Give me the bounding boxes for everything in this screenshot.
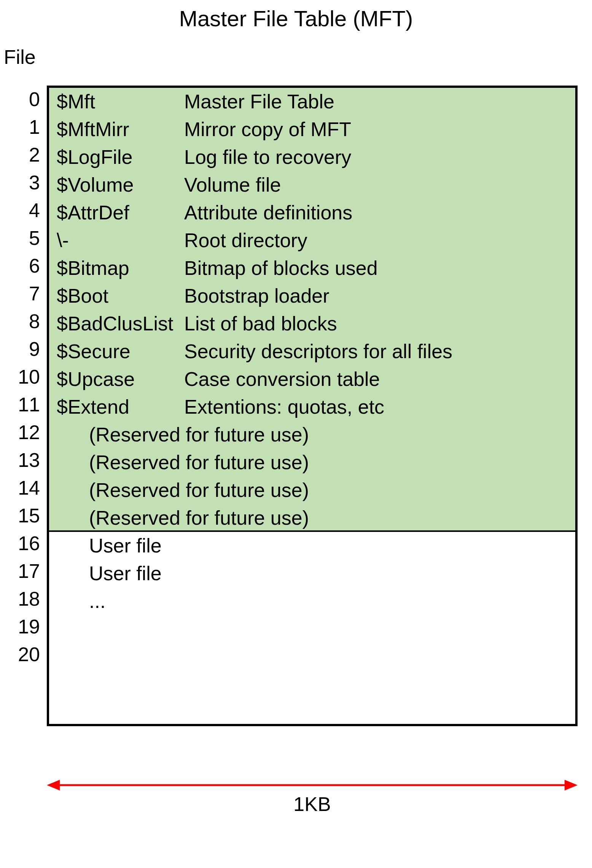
entry-desc: Bitmap of blocks used <box>184 254 575 282</box>
entry-desc: Mirror copy of MFT <box>184 116 575 143</box>
index-column: 0 1 2 3 4 5 6 7 8 9 10 11 12 13 14 15 16… <box>4 86 40 668</box>
entry-name: \- <box>57 227 184 254</box>
row-index: 17 <box>4 557 40 585</box>
row-index: 18 <box>4 585 40 613</box>
row-index: 7 <box>4 280 40 308</box>
entry-name: $Secure <box>57 338 184 365</box>
mft-table: $Mft Master File Table $MftMirr Mirror c… <box>47 86 578 726</box>
width-arrow-icon <box>47 778 578 793</box>
entry-name: $BadClusList <box>57 310 184 338</box>
mft-row: $Secure Security descriptors for all fil… <box>49 338 575 365</box>
entry-desc: Attribute definitions <box>184 199 575 227</box>
row-index: 13 <box>4 446 40 474</box>
entry-desc: ... <box>57 587 575 615</box>
mft-rows: $Mft Master File Table $MftMirr Mirror c… <box>49 88 575 671</box>
index-column-header: File <box>4 46 36 68</box>
row-index: 9 <box>4 335 40 363</box>
mft-row-user <box>49 643 575 671</box>
entry-desc: Security descriptors for all files <box>184 338 575 365</box>
mft-row: $Bitmap Bitmap of blocks used <box>49 254 575 282</box>
mft-row: $Extend Extentions: quotas, etc <box>49 393 575 421</box>
row-index: 14 <box>4 474 40 502</box>
entry-name: $Volume <box>57 171 184 199</box>
diagram-title: Master File Table (MFT) <box>0 6 592 31</box>
svg-marker-2 <box>565 780 578 790</box>
mft-row: \- Root directory <box>49 227 575 254</box>
entry-desc: (Reserved for future use) <box>57 504 575 532</box>
entry-name: $Mft <box>57 88 184 116</box>
row-index: 5 <box>4 224 40 252</box>
mft-row-reserved: (Reserved for future use) <box>49 504 575 532</box>
row-index: 0 <box>4 86 40 113</box>
mft-row: $AttrDef Attribute definitions <box>49 199 575 227</box>
entry-desc: User file <box>57 532 575 560</box>
mft-row: $Boot Bootstrap loader <box>49 282 575 310</box>
entry-desc: User file <box>57 560 575 587</box>
mft-row-user <box>49 615 575 643</box>
entry-desc: (Reserved for future use) <box>57 476 575 504</box>
mft-row-reserved: (Reserved for future use) <box>49 421 575 449</box>
entry-name: $Upcase <box>57 365 184 393</box>
row-index: 8 <box>4 308 40 335</box>
entry-desc: Root directory <box>184 227 575 254</box>
entry-name: $MftMirr <box>57 116 184 143</box>
record-size-label: 1KB <box>47 793 578 816</box>
entry-desc: Case conversion table <box>184 365 575 393</box>
mft-row: $Upcase Case conversion table <box>49 365 575 393</box>
entry-desc: Extentions: quotas, etc <box>184 393 575 421</box>
row-index: 15 <box>4 502 40 530</box>
mft-row: $LogFile Log file to recovery <box>49 143 575 171</box>
row-index: 2 <box>4 141 40 169</box>
mft-row-user: User file <box>49 532 575 560</box>
entry-desc: Bootstrap loader <box>184 282 575 310</box>
row-index: 20 <box>4 641 40 668</box>
row-index: 10 <box>4 363 40 391</box>
entry-name: $Extend <box>57 393 184 421</box>
row-index: 12 <box>4 419 40 446</box>
entry-desc: Volume file <box>184 171 575 199</box>
mft-row: $Mft Master File Table <box>49 88 575 116</box>
row-index: 3 <box>4 169 40 197</box>
row-index: 11 <box>4 391 40 419</box>
entry-desc: (Reserved for future use) <box>57 421 575 449</box>
mft-row-user: User file <box>49 560 575 587</box>
row-index: 19 <box>4 613 40 641</box>
row-index: 1 <box>4 113 40 141</box>
mft-row: $Volume Volume file <box>49 171 575 199</box>
entry-name: $Bitmap <box>57 254 184 282</box>
row-index: 4 <box>4 197 40 224</box>
mft-row-reserved: (Reserved for future use) <box>49 476 575 504</box>
entry-desc: (Reserved for future use) <box>57 449 575 476</box>
svg-marker-1 <box>47 780 60 790</box>
mft-row: $BadClusList List of bad blocks <box>49 310 575 338</box>
mft-row-user: ... <box>49 587 575 615</box>
entry-name: $Boot <box>57 282 184 310</box>
entry-name: $LogFile <box>57 143 184 171</box>
entry-name: $AttrDef <box>57 199 184 227</box>
entry-desc: Master File Table <box>184 88 575 116</box>
mft-row-reserved: (Reserved for future use) <box>49 449 575 476</box>
entry-desc: List of bad blocks <box>184 310 575 338</box>
row-index: 6 <box>4 252 40 280</box>
row-index: 16 <box>4 530 40 557</box>
mft-row: $MftMirr Mirror copy of MFT <box>49 116 575 143</box>
entry-desc: Log file to recovery <box>184 143 575 171</box>
